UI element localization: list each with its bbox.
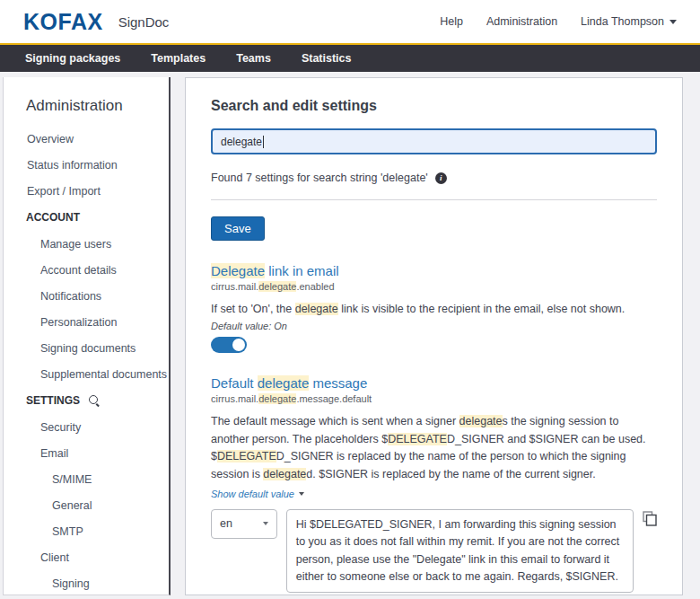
sidebar-item-signing-documents[interactable]: Signing documents	[4, 335, 169, 361]
setting-description: If set to 'On', the delegate link is vis…	[211, 301, 657, 318]
sidebar-main-gap	[171, 77, 185, 595]
setting-key: cirrus.mail.delegate.message.default	[211, 393, 657, 404]
sidebar-item-status-information[interactable]: Status information	[4, 152, 169, 178]
show-default-value-label: Show default value	[211, 489, 294, 499]
main-nav: Signing packages Templates Teams Statist…	[0, 45, 700, 72]
admin-sidebar: Administration Overview Status informati…	[3, 77, 171, 595]
nav-item-templates[interactable]: Templates	[151, 52, 206, 65]
chevron-down-icon	[299, 492, 304, 496]
help-link[interactable]: Help	[440, 15, 463, 28]
search-result-text: Found 7 settings for search string 'dele…	[211, 172, 428, 184]
sidebar-item-email[interactable]: Email	[4, 440, 169, 466]
sidebar-item-general[interactable]: General	[4, 492, 169, 518]
sidebar-item-supplemental-documents[interactable]: Supplemental documents	[4, 361, 169, 387]
settings-search-input[interactable]: delegate	[211, 128, 657, 154]
header-links: Help Administration Linda Thompson	[440, 15, 677, 28]
setting-default-delegate-message: Default delegate message cirrus.mail.del…	[211, 375, 657, 593]
chevron-down-icon	[263, 522, 268, 525]
copy-icon[interactable]	[643, 511, 657, 526]
product-name: SignDoc	[118, 14, 170, 30]
language-select-value: en	[220, 517, 232, 530]
sidebar-item-security[interactable]: Security	[4, 414, 169, 440]
search-input-value: delegate	[221, 136, 262, 148]
settings-panel: Search and edit settings delegate Found …	[185, 77, 683, 595]
sidebar-item-export-import[interactable]: Export / Import	[4, 178, 169, 204]
setting-description: The default message which is sent when a…	[211, 413, 657, 483]
sidebar-item-smtp[interactable]: SMTP	[4, 518, 169, 544]
setting-delegate-link-in-email: Delegate link in email cirrus.mail.deleg…	[211, 263, 657, 353]
sidebar-item-manage-users[interactable]: Manage users	[4, 231, 169, 257]
user-menu[interactable]: Linda Thompson	[581, 15, 677, 28]
top-header: KOFAX SignDoc Help Administration Linda …	[0, 0, 700, 43]
sidebar-section-account: ACCOUNT	[4, 204, 169, 231]
sidebar-item-client[interactable]: Client	[4, 544, 169, 570]
sidebar-item-personalization[interactable]: Personalization	[4, 309, 169, 335]
save-button[interactable]: Save	[211, 216, 265, 241]
sidebar-item-overview[interactable]: Overview	[4, 126, 169, 152]
show-default-value-link[interactable]: Show default value	[211, 489, 304, 499]
kofax-logo: KOFAX	[23, 9, 103, 35]
user-name: Linda Thompson	[581, 15, 664, 28]
page-title: Search and edit settings	[211, 98, 657, 114]
sidebar-item-notifications[interactable]: Notifications	[4, 283, 169, 309]
sidebar-title: Administration	[4, 97, 169, 115]
sidebar-item-account-details[interactable]: Account details	[4, 257, 169, 283]
delegate-message-textarea[interactable]: Hi $DELEGATED_SIGNER, I am forwarding th…	[286, 509, 634, 593]
info-icon[interactable]	[435, 172, 447, 184]
content-area: Administration Overview Status informati…	[0, 72, 700, 599]
search-result-line: Found 7 settings for search string 'dele…	[211, 172, 657, 184]
nav-item-statistics[interactable]: Statistics	[302, 52, 352, 65]
language-select[interactable]: en	[211, 509, 277, 539]
delegate-link-toggle[interactable]	[211, 337, 247, 353]
sidebar-section-settings-label: SETTINGS	[26, 394, 80, 407]
search-icon[interactable]	[89, 395, 101, 407]
message-value-row: en Hi $DELEGATED_SIGNER, I am forwarding…	[211, 509, 657, 593]
sidebar-item-signing[interactable]: Signing	[4, 570, 169, 596]
setting-title[interactable]: Delegate link in email	[211, 263, 657, 278]
default-value-label: Default value: On	[211, 321, 657, 331]
setting-key: cirrus.mail.delegate.enabled	[211, 281, 657, 292]
sidebar-section-settings: SETTINGS	[4, 387, 169, 414]
nav-item-teams[interactable]: Teams	[236, 52, 271, 65]
nav-item-signing-packages[interactable]: Signing packages	[25, 52, 120, 65]
setting-title[interactable]: Default delegate message	[211, 375, 657, 391]
text-cursor	[263, 136, 264, 148]
sidebar-section-account-label: ACCOUNT	[26, 211, 80, 224]
sidebar-item-smime[interactable]: S/MIME	[4, 466, 169, 492]
toggle-knob	[232, 339, 245, 351]
chevron-down-icon	[669, 20, 677, 24]
divider	[211, 199, 657, 200]
administration-link[interactable]: Administration	[486, 15, 557, 28]
